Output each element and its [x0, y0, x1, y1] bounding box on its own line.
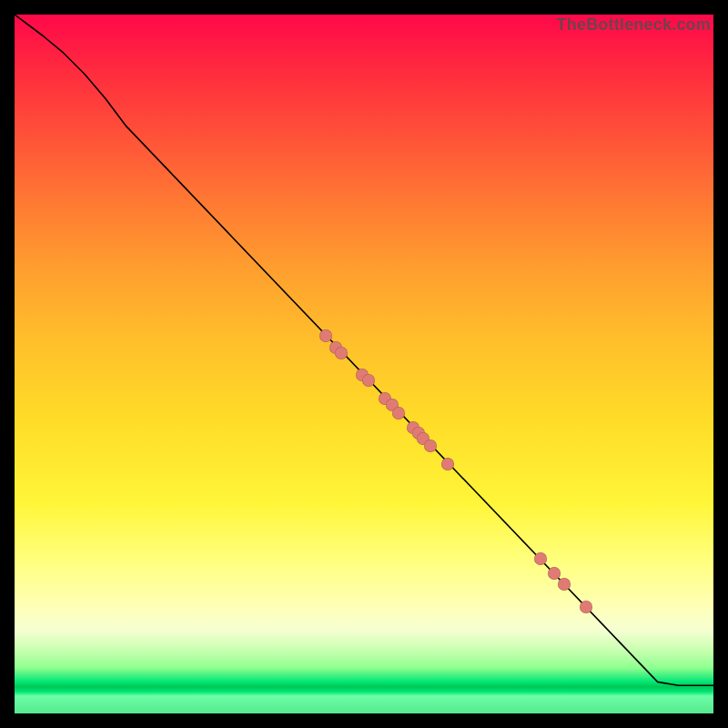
curve-path: [15, 15, 713, 685]
bottleneck-curve: [15, 15, 713, 713]
data-point: [558, 578, 571, 591]
chart-frame: TheBottleneck.com: [0, 0, 728, 728]
data-point: [534, 552, 547, 565]
data-point: [424, 440, 437, 452]
data-point: [392, 407, 405, 420]
data-point: [441, 458, 454, 470]
plot-area: TheBottleneck.com: [15, 15, 713, 713]
data-point: [335, 347, 348, 359]
data-point: [362, 374, 375, 387]
data-point: [580, 601, 592, 613]
watermark-label: TheBottleneck.com: [557, 15, 711, 35]
data-point: [548, 567, 561, 580]
data-point: [319, 329, 332, 342]
